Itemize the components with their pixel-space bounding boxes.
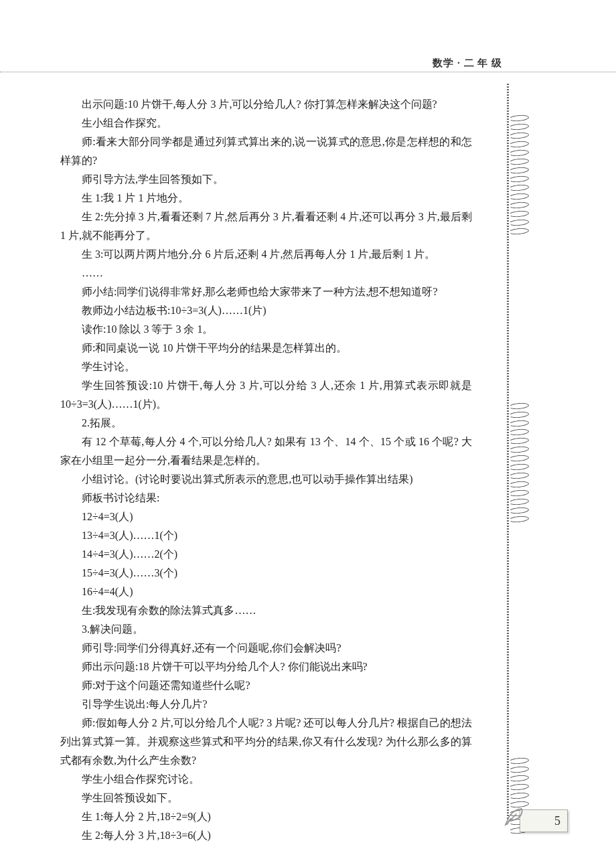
spiral-ring-icon	[509, 149, 530, 156]
equation: 12÷4=3(人)	[60, 507, 472, 526]
spiral-ring-icon	[509, 218, 530, 226]
paragraph: ……	[60, 264, 472, 283]
paragraph: 教师边小结边板书:10÷3=3(人)……1(片)	[60, 301, 472, 320]
spiral-ring-icon	[509, 192, 530, 200]
paragraph: 小组讨论。(讨论时要说出算式所表示的意思,也可以动手操作算出结果)	[60, 470, 472, 489]
spiral-ring-icon	[509, 774, 530, 781]
paragraph: 师:和同桌说一说 10 片饼干平均分的结果是怎样算出的。	[60, 339, 472, 358]
paragraph: 师:对于这个问题还需知道些什么呢?	[60, 676, 472, 695]
page-header: 数学 · 二 年 级	[433, 57, 502, 70]
paragraph: 生 1:我 1 片 1 片地分。	[60, 189, 472, 208]
spiral-ring-icon	[509, 175, 530, 182]
equation: 13÷4=3(人)……1(个)	[60, 526, 472, 545]
spiral-ring-icon	[509, 463, 530, 470]
page: 数学 · 二 年 级 出示问题:10 片饼干,每人分 3 片,可以分给几人? 你…	[0, 0, 616, 859]
paragraph: 生 1:每人分 2 片,18÷2=9(人)	[60, 807, 472, 826]
paragraph: 师引导方法,学生回答预如下。	[60, 170, 472, 189]
paragraph: 学生回答预设如下。	[60, 789, 472, 807]
spiral-ring-icon	[509, 183, 530, 191]
spiral-ring-icon	[509, 445, 530, 453]
paragraph: 3.解决问题。	[60, 620, 472, 639]
spiral-ring-icon	[509, 489, 530, 496]
paragraph: 引导学生说出:每人分几片?	[60, 695, 472, 714]
feather-icon	[502, 805, 526, 829]
spiral-ring-icon	[509, 210, 530, 217]
page-number: 5	[554, 814, 560, 828]
subject-grade: 数学 · 二 年 级	[433, 58, 502, 68]
paragraph: 生小组合作探究。	[60, 114, 472, 133]
spiral-ring-icon	[509, 166, 530, 173]
paragraph: 师:假如每人分 2 片,可以分给几个人呢? 3 片呢? 还可以每人分几片? 根据…	[60, 714, 472, 770]
paragraph: 有 12 个草莓,每人分 4 个,可以分给几人? 如果有 13 个、14 个、1…	[60, 433, 472, 470]
spiral-ring-icon	[509, 480, 530, 487]
spiral-ring-icon	[509, 454, 530, 461]
paragraph: 生 2:每人分 3 片,18÷3=6(人)	[60, 826, 472, 845]
spiral-ring-icon	[509, 410, 530, 418]
spiral-ring-icon	[509, 506, 530, 514]
spiral-ring-icon	[509, 471, 530, 479]
spiral-ring-icon	[509, 765, 530, 773]
equation: 15÷4=3(人)……3(个)	[60, 564, 472, 582]
spiral-ring-icon	[509, 791, 530, 799]
paragraph: 生 3:可以两片两片地分,分 6 片后,还剩 4 片,然后再每人分 1 片,最后…	[60, 245, 472, 264]
paragraph: 2.拓展。	[60, 414, 472, 433]
paragraph: 师出示问题:18 片饼干可以平均分给几个人? 你们能说出来吗?	[60, 657, 472, 676]
paragraph: 读作:10 除以 3 等于 3 余 1。	[60, 320, 472, 339]
paragraph: 师小结:同学们说得非常好,那么老师也给大家带来了一种方法,想不想知道呀?	[60, 283, 472, 301]
spiral-ring-icon	[509, 131, 530, 139]
spiral-ring-icon	[509, 402, 530, 409]
spiral-ring-icon	[509, 227, 530, 234]
page-number-box: 5	[520, 809, 568, 832]
paragraph: 出示问题:10 片饼干,每人分 3 片,可以分给几人? 你打算怎样来解决这个问题…	[60, 95, 472, 114]
paragraph: 师引导:同学们分得真好,还有一个问题呢,你们会解决吗?	[60, 639, 472, 657]
paragraph: 师:看来大部分同学都是通过列算式算出来的,说一说算式的意思,你是怎样想的和怎样算…	[60, 133, 472, 170]
body-text: 出示问题:10 片饼干,每人分 3 片,可以分给几人? 你打算怎样来解决这个问题…	[60, 95, 472, 845]
paragraph: 学生小组合作探究讨论。	[60, 770, 472, 789]
spiral-ring-icon	[509, 140, 530, 147]
spiral-ring-icon	[509, 497, 530, 505]
paragraph: 生:我发现有余数的除法算式真多……	[60, 601, 472, 620]
header-rule	[0, 72, 616, 72]
spiral-ring-icon	[509, 201, 530, 208]
paragraph: 学生讨论。	[60, 358, 472, 376]
spiral-ring-icon	[509, 157, 530, 165]
equation: 16÷4=4(人)	[60, 582, 472, 601]
spiral-ring-icon	[509, 114, 530, 121]
spiral-binding-group	[509, 402, 530, 524]
spiral-ring-icon	[509, 123, 530, 130]
paragraph: 师板书讨论结果:	[60, 489, 472, 507]
paragraph: 生 2:先分掉 3 片,看看还剩 7 片,然后再分 3 片,看看还剩 4 片,还…	[60, 208, 472, 245]
spiral-ring-icon	[509, 428, 530, 435]
spiral-ring-icon	[509, 757, 530, 764]
spiral-ring-icon	[509, 437, 530, 444]
spiral-binding-group	[509, 114, 530, 236]
equation: 14÷4=3(人)……2(个)	[60, 545, 472, 564]
spiral-ring-icon	[509, 515, 530, 522]
paragraph: 学生回答预设:10 片饼干,每人分 3 片,可以分给 3 人,还余 1 片,用算…	[60, 376, 472, 414]
spiral-ring-icon	[509, 419, 530, 426]
spiral-ring-icon	[509, 783, 530, 790]
